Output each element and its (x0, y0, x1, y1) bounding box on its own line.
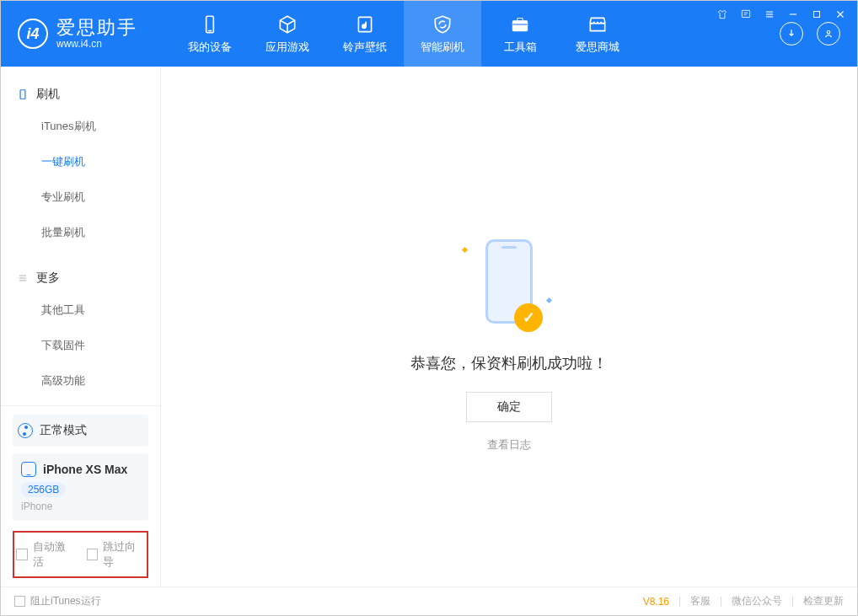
sidebar-item-itunes-flash[interactable]: iTunes刷机 (1, 109, 160, 144)
app-title: 爱思助手 (56, 18, 137, 38)
svg-rect-3 (512, 21, 527, 31)
sidebar-section-title: 更多 (36, 271, 60, 286)
svg-point-5 (827, 31, 830, 35)
checkbox-block-itunes[interactable]: 阻止iTunes运行 (14, 594, 101, 608)
nav-label: 铃声壁纸 (343, 40, 387, 55)
store-icon (586, 13, 609, 36)
footer-link-support[interactable]: 客服 (690, 594, 711, 608)
shield-refresh-icon (431, 13, 454, 36)
view-log-link[interactable]: 查看日志 (487, 437, 531, 453)
menu-icon[interactable] (763, 8, 776, 21)
device-icon (198, 13, 222, 36)
cube-icon (276, 13, 299, 36)
separator (792, 597, 793, 607)
footer-bar: 阻止iTunes运行 V8.16 客服 微信公众号 检查更新 (1, 587, 857, 615)
user-account-icon[interactable] (817, 22, 840, 46)
device-mode-row[interactable]: 正常模式 (13, 415, 148, 447)
nav-label: 应用游戏 (265, 40, 309, 55)
shirt-icon[interactable] (716, 8, 729, 21)
download-manager-icon[interactable] (780, 22, 803, 46)
checkbox-label: 阻止iTunes运行 (30, 594, 101, 608)
checkbox-auto-activate[interactable]: 自动激活 (16, 539, 75, 570)
success-message: 恭喜您，保资料刷机成功啦！ (410, 353, 608, 373)
checkbox-skip-setup[interactable]: 跳过向导 (87, 539, 146, 570)
checkmark-badge-icon: ✓ (514, 303, 543, 332)
device-card[interactable]: iPhone XS Max 256GB iPhone (13, 453, 148, 521)
separator (679, 597, 680, 607)
footer-right: V8.16 客服 微信公众号 检查更新 (643, 594, 844, 608)
sidebar-item-download-firmware[interactable]: 下载固件 (1, 328, 160, 363)
logo-block: i4 爱思助手 www.i4.cn (18, 18, 137, 49)
header-right-icons (780, 22, 847, 46)
nav-label: 工具箱 (504, 40, 537, 55)
sidebar-item-other-tools[interactable]: 其他工具 (1, 292, 160, 328)
app-url: www.i4.cn (56, 39, 137, 50)
briefcase-icon (508, 13, 532, 36)
feedback-icon[interactable] (739, 8, 753, 21)
nav-smart-flash[interactable]: 智能刷机 (404, 1, 481, 67)
sidebar-item-pro-flash[interactable]: 专业刷机 (1, 179, 160, 215)
nav-ringtone-wallpaper[interactable]: 铃声壁纸 (326, 1, 404, 67)
nav-label: 智能刷机 (421, 40, 464, 55)
checkbox-icon (87, 549, 99, 560)
sidebar-item-batch-flash[interactable]: 批量刷机 (1, 215, 160, 250)
minimize-icon[interactable] (786, 8, 800, 21)
checkbox-icon (14, 596, 25, 607)
nav-label: 我的设备 (188, 40, 232, 55)
sidebar-section-more: 更多 (1, 264, 160, 292)
phone-icon (16, 88, 29, 101)
options-row-highlighted: 自动激活 跳过向导 (13, 531, 148, 578)
nav-label: 爱思商城 (576, 40, 619, 55)
sparkle-icon (462, 247, 468, 253)
sidebar: 刷机 iTunes刷机 一键刷机 专业刷机 批量刷机 更多 其他工具 下载固件 … (1, 67, 161, 587)
svg-rect-6 (742, 10, 749, 17)
device-type: iPhone (21, 501, 140, 512)
main-area: 刷机 iTunes刷机 一键刷机 专业刷机 批量刷机 更多 其他工具 下载固件 … (1, 67, 857, 587)
music-note-icon (353, 13, 377, 36)
device-name: iPhone XS Max (43, 463, 127, 476)
nav-store[interactable]: 爱思商城 (559, 1, 636, 67)
content-area: ✓ 恭喜您，保资料刷机成功啦！ 确定 查看日志 (161, 67, 857, 587)
sidebar-section-title: 刷机 (36, 87, 60, 102)
top-navigation: 我的设备 应用游戏 铃声壁纸 智能刷机 工具箱 爱思商城 (171, 1, 636, 67)
list-icon (16, 271, 29, 285)
svg-rect-16 (20, 90, 25, 99)
svg-rect-13 (814, 12, 820, 18)
checkbox-label: 跳过向导 (103, 539, 145, 570)
version-label: V8.16 (643, 596, 669, 608)
sidebar-item-oneclick-flash[interactable]: 一键刷机 (1, 144, 160, 179)
success-illustration: ✓ (458, 235, 560, 328)
close-icon[interactable] (834, 8, 847, 21)
checkbox-icon (16, 549, 28, 560)
nav-apps-games[interactable]: 应用游戏 (249, 1, 326, 67)
window-controls (716, 8, 847, 21)
app-header: i4 爱思助手 www.i4.cn 我的设备 应用游戏 铃声壁纸 智能刷机 工具… (1, 1, 857, 67)
nav-toolbox[interactable]: 工具箱 (481, 1, 559, 67)
logo-icon: i4 (18, 19, 48, 49)
mode-icon (18, 423, 33, 438)
footer-link-update[interactable]: 检查更新 (803, 594, 844, 608)
sidebar-bottom: 正常模式 iPhone XS Max 256GB iPhone 自动激活 跳过向… (1, 405, 160, 587)
separator (721, 597, 721, 607)
checkbox-label: 自动激活 (33, 539, 75, 570)
sidebar-item-advanced[interactable]: 高级功能 (1, 363, 160, 399)
sparkle-icon (546, 297, 552, 303)
nav-my-device[interactable]: 我的设备 (171, 1, 249, 67)
sidebar-section-flash: 刷机 (1, 80, 160, 109)
device-mode-label: 正常模式 (40, 423, 87, 438)
maximize-icon[interactable] (810, 8, 823, 21)
footer-link-wechat[interactable]: 微信公众号 (732, 594, 782, 608)
device-small-icon (21, 462, 36, 477)
device-capacity-badge: 256GB (21, 482, 66, 497)
ok-button[interactable]: 确定 (466, 392, 552, 422)
